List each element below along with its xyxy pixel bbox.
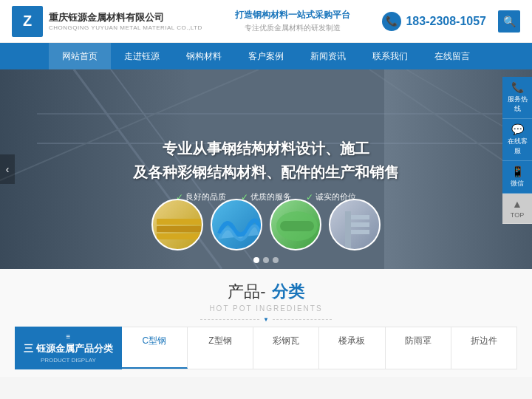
banner-prev-arrow[interactable]: ‹	[0, 154, 15, 184]
section-title-normal: 产品-	[228, 281, 265, 303]
nav-item-contact[interactable]: 联系我们	[359, 43, 421, 69]
phone-icon: 📞	[382, 12, 401, 31]
section-title: 产品- 分类	[0, 281, 532, 303]
category-sub: PRODUCT DISPLAY	[24, 357, 113, 364]
chat-float-icon: 💬	[511, 123, 524, 135]
wechat-float-icon: 📱	[511, 166, 524, 177]
company-name-en: CHONGQING YUYUAN METAL MATERIAL CO.,LTD	[49, 24, 202, 31]
tab-fold-part[interactable]: 折边件	[451, 327, 516, 369]
banner-title: 专业从事钢结构材料设计、施工 及各种彩钢结构材料、配件的生产和销售	[133, 137, 399, 184]
dot-2[interactable]	[263, 257, 269, 263]
nav-item-about[interactable]: 走进钰源	[111, 43, 173, 69]
float-hotline-btn[interactable]: 📞 服务热线	[502, 77, 532, 119]
top-float-icon: ▲	[512, 198, 522, 210]
products-section: 产品- 分类 HOT POT INGREDIENTS ▼ ≡ 三 钰源金属产品分…	[0, 269, 532, 377]
divider-arrow: ▼	[263, 316, 269, 323]
phone-float-icon: 📞	[511, 81, 524, 93]
header-slogan: 打造钢构材料一站式采购平台 专注优质金属材料的研发制造	[202, 9, 383, 33]
divider-right	[273, 319, 332, 320]
logo-area: Z 重庆钰源金属材料有限公司 CHONGQING YUYUAN METAL MA…	[12, 6, 202, 37]
svg-rect-14	[351, 222, 369, 227]
product-circle-3	[270, 199, 321, 250]
section-divider: ▼	[0, 316, 532, 323]
svg-rect-11	[280, 221, 314, 231]
product-circle-4	[329, 199, 381, 250]
nav-item-home[interactable]: 网站首页	[49, 43, 111, 69]
product-category-label: ≡ 三 钰源金属产品分类 PRODUCT DISPLAY	[15, 327, 122, 369]
product-tabs-wrapper: ≡ 三 钰源金属产品分类 PRODUCT DISPLAY C型钢 Z型钢 彩钢瓦…	[15, 327, 517, 369]
product-circle-2	[211, 199, 262, 250]
tab-z-steel[interactable]: Z型钢	[188, 327, 253, 369]
banner: 专业从事钢结构材料设计、施工 及各种彩钢结构材料、配件的生产和销售 ✓ 良好的品…	[0, 69, 532, 269]
slogan-sub: 专注优质金属材料的研发制造	[202, 23, 383, 33]
svg-rect-9	[157, 233, 201, 239]
dot-1[interactable]	[253, 257, 259, 263]
svg-rect-7	[157, 219, 201, 225]
product-tabs: C型钢 Z型钢 彩钢瓦 楼承板 防雨罩 折边件	[122, 327, 517, 369]
float-sidebar: 📞 服务热线 💬 在线客服 📱 微信 ▲ TOP	[502, 77, 532, 225]
phone-number: 183-2308-1057	[406, 15, 486, 28]
nav-item-news[interactable]: 新闻资讯	[297, 43, 359, 69]
tab-rain-cover[interactable]: 防雨罩	[386, 327, 451, 369]
product-circles	[151, 199, 381, 250]
category-title: 三 钰源金属产品分类	[24, 342, 113, 355]
logo-text: 重庆钰源金属材料有限公司 CHONGQING YUYUAN METAL MATE…	[49, 11, 202, 31]
category-icon: ≡	[24, 332, 113, 341]
header-contact: 📞 183-2308-1057	[382, 12, 486, 31]
tab-color-tile[interactable]: 彩钢瓦	[253, 327, 319, 369]
float-chat-btn[interactable]: 💬 在线客服	[502, 119, 532, 161]
header: Z 重庆钰源金属材料有限公司 CHONGQING YUYUAN METAL MA…	[0, 0, 532, 43]
company-name: 重庆钰源金属材料有限公司	[49, 11, 202, 24]
banner-dots	[253, 257, 279, 263]
tab-c-steel[interactable]: C型钢	[122, 327, 188, 369]
nav-item-steel[interactable]: 钢构材料	[173, 43, 235, 69]
svg-rect-12	[345, 211, 351, 248]
float-top-btn[interactable]: ▲ TOP	[502, 194, 532, 224]
tab-floor-deck[interactable]: 楼承板	[319, 327, 385, 369]
svg-rect-8	[157, 226, 201, 232]
nav-item-message[interactable]: 在线留言	[421, 43, 483, 69]
float-wechat-btn[interactable]: 📱 微信	[502, 161, 532, 194]
banner-content: 专业从事钢结构材料设计、施工 及各种彩钢结构材料、配件的生产和销售 ✓ 良好的品…	[133, 137, 399, 202]
section-title-accent: 分类	[272, 281, 304, 303]
svg-rect-15	[351, 230, 369, 234]
divider-left	[200, 319, 259, 320]
logo-icon: Z	[12, 6, 43, 37]
main-nav: 网站首页 走进钰源 钢构材料 客户案例 新闻资讯 联系我们 在线留言	[0, 43, 532, 69]
search-button[interactable]: 🔍	[498, 10, 520, 33]
slogan-main: 打造钢构材料一站式采购平台	[202, 9, 383, 21]
svg-rect-13	[351, 215, 369, 219]
product-circle-1	[151, 199, 203, 250]
nav-item-cases[interactable]: 客户案例	[235, 43, 297, 69]
dot-3[interactable]	[273, 257, 279, 263]
section-subtitle: HOT POT INGREDIENTS	[0, 304, 532, 313]
